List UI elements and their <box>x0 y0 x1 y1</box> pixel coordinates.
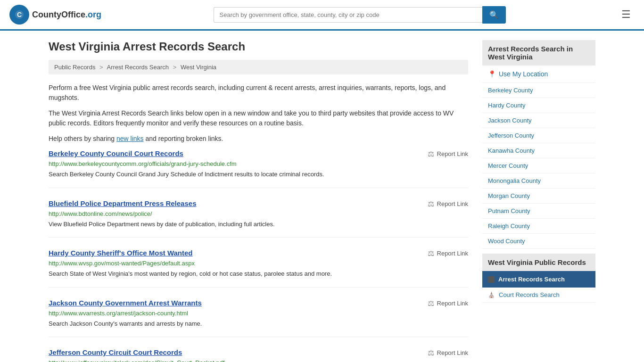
sidebar-item-jackson-county: Jackson County <box>482 113 595 128</box>
result-item: Jefferson County Circuit Court Records ⚖… <box>49 348 468 362</box>
county-link-9[interactable]: Raleigh County <box>488 222 530 230</box>
court-records-icon: ⛪ <box>488 292 495 298</box>
result-url-0[interactable]: http://www.berkeleycountycomm.org/offici… <box>49 160 468 167</box>
sidebar-item-berkeley-county: Berkeley County <box>482 83 595 98</box>
logo-area[interactable]: C CountyOffice.org <box>9 5 101 25</box>
result-desc-2: Search State of West Virginia's most wan… <box>49 269 468 279</box>
result-url-2[interactable]: http://www.wvsp.gov/most-wanted/Pages/de… <box>49 260 468 267</box>
sidebar-item2-link-0[interactable]: Court Records Search <box>499 291 560 298</box>
result-desc-1: View Bluefield Police Department news by… <box>49 220 468 229</box>
result-title-4[interactable]: Jefferson County Circuit Court Records <box>49 348 182 356</box>
sidebar-item2-0: ⛪ Court Records Search <box>482 288 595 303</box>
result-url-4[interactable]: http://www.jeffcowvcircuitclerk.com/doc/… <box>49 359 468 362</box>
county-link-10[interactable]: Wood County <box>488 238 525 245</box>
breadcrumb-west-virginia[interactable]: West Virginia <box>181 64 216 71</box>
site-header: C CountyOffice.org 🔍 ☰ <box>0 0 644 31</box>
county-link-0[interactable]: Berkeley County <box>488 87 533 94</box>
report-link-btn-2[interactable]: ⚖ Report Link <box>428 249 468 258</box>
result-title-0[interactable]: Berkeley County Council Court Records <box>49 149 183 157</box>
county-link-4[interactable]: Kanawha County <box>488 147 535 154</box>
report-link-btn-3[interactable]: ⚖ Report Link <box>428 299 468 308</box>
sidebar: Arrest Records Search in West Virginia 📍… <box>482 40 595 362</box>
result-url-1[interactable]: http://www.bdtonline.com/news/police/ <box>49 210 468 217</box>
sidebar-section-public-records: West Virginia Public Records Arrest Reco… <box>482 254 595 303</box>
report-link-btn-0[interactable]: ⚖ Report Link <box>428 149 468 158</box>
breadcrumb-arrest-records[interactable]: Arrest Records Search <box>107 64 169 71</box>
description-1: Perform a free West Virginia public arre… <box>49 83 468 103</box>
sidebar-active-label: Arrest Records Search <box>498 276 565 283</box>
page-title: West Virginia Arrest Records Search <box>49 40 468 53</box>
county-links: Berkeley CountyHardy CountyJackson Count… <box>482 83 595 249</box>
sidebar-active-arrest-records[interactable]: Arrest Records Search <box>482 271 595 288</box>
county-link-3[interactable]: Jefferson County <box>488 132 534 139</box>
report-link-btn-4[interactable]: ⚖ Report Link <box>428 348 468 357</box>
svg-text:C: C <box>17 11 22 18</box>
logo-text: CountyOffice.org <box>32 10 101 20</box>
sidebar-item-wood-county: Wood County <box>482 234 595 249</box>
result-title-3[interactable]: Jackson County Government Arrest Warrant… <box>49 299 202 307</box>
result-url-3[interactable]: http://www.wvarrests.org/arrest/jackson-… <box>49 310 468 317</box>
new-links-link[interactable]: new links <box>116 135 144 142</box>
content-area: West Virginia Arrest Records Search Publ… <box>49 40 468 362</box>
sidebar-item-raleigh-county: Raleigh County <box>482 219 595 234</box>
sidebar-below-items: ⛪ Court Records Search <box>482 288 595 303</box>
main-container: West Virginia Arrest Records Search Publ… <box>39 31 605 362</box>
county-link-6[interactable]: Monongalia County <box>488 177 541 184</box>
county-link-8[interactable]: Putnam County <box>488 207 530 214</box>
results-list: Berkeley County Council Court Records ⚖ … <box>49 149 468 362</box>
report-icon-1: ⚖ <box>428 199 434 208</box>
result-item: Bluefield Police Department Press Releas… <box>49 199 468 238</box>
sidebar-section2-title: West Virginia Public Records <box>482 254 595 271</box>
result-item: Jackson County Government Arrest Warrant… <box>49 299 468 337</box>
report-link-btn-1[interactable]: ⚖ Report Link <box>428 199 468 208</box>
search-button[interactable]: 🔍 <box>482 6 506 24</box>
active-square-icon <box>488 276 495 283</box>
county-link-5[interactable]: Mercer County <box>488 162 528 169</box>
county-link-2[interactable]: Jackson County <box>488 117 532 124</box>
search-area: 🔍 <box>214 6 506 24</box>
use-location[interactable]: 📍 Use My Location <box>482 66 595 83</box>
sidebar-item-monongalia-county: Monongalia County <box>482 173 595 189</box>
menu-button[interactable]: ☰ <box>618 7 635 23</box>
result-item: Berkeley County Council Court Records ⚖ … <box>49 149 468 188</box>
sidebar-item-mercer-county: Mercer County <box>482 158 595 173</box>
sidebar-section-arrest: Arrest Records Search in West Virginia 📍… <box>482 40 595 249</box>
description-2: The West Virginia Arrest Records Search … <box>49 108 468 128</box>
pin-icon: 📍 <box>488 70 496 78</box>
breadcrumb: Public Records > Arrest Records Search >… <box>49 60 468 74</box>
sidebar-section-title: Arrest Records Search in West Virginia <box>482 40 595 66</box>
use-location-link[interactable]: Use My Location <box>499 70 548 78</box>
sidebar-item-morgan-county: Morgan County <box>482 189 595 204</box>
report-icon-4: ⚖ <box>428 348 434 357</box>
logo-icon: C <box>9 5 29 25</box>
report-link-label-4: Report Link <box>437 349 468 356</box>
county-link-7[interactable]: Morgan County <box>488 192 530 199</box>
sidebar-item-jefferson-county: Jefferson County <box>482 128 595 143</box>
result-desc-0: Search Berkeley County Council Grand Jur… <box>49 170 468 179</box>
report-icon-2: ⚖ <box>428 249 434 258</box>
sidebar-item-kanawha-county: Kanawha County <box>482 143 595 158</box>
report-link-label-0: Report Link <box>437 150 468 157</box>
report-icon-3: ⚖ <box>428 299 434 308</box>
sidebar-item-putnam-county: Putnam County <box>482 204 595 219</box>
result-item: Hardy County Sheriff's Office Most Wante… <box>49 249 468 288</box>
report-icon-0: ⚖ <box>428 149 434 158</box>
report-link-label-3: Report Link <box>437 300 468 307</box>
county-link-1[interactable]: Hardy County <box>488 102 525 109</box>
breadcrumb-public-records[interactable]: Public Records <box>54 64 95 71</box>
sidebar-item-hardy-county: Hardy County <box>482 98 595 113</box>
report-link-label-1: Report Link <box>437 200 468 207</box>
result-title-2[interactable]: Hardy County Sheriff's Office Most Wante… <box>49 249 193 257</box>
description-3: Help others by sharing new links and rep… <box>49 134 468 144</box>
result-title-1[interactable]: Bluefield Police Department Press Releas… <box>49 199 196 207</box>
search-input[interactable] <box>214 7 482 23</box>
report-link-label-2: Report Link <box>437 250 468 257</box>
result-desc-3: Search Jackson County's warrants and arr… <box>49 319 468 329</box>
